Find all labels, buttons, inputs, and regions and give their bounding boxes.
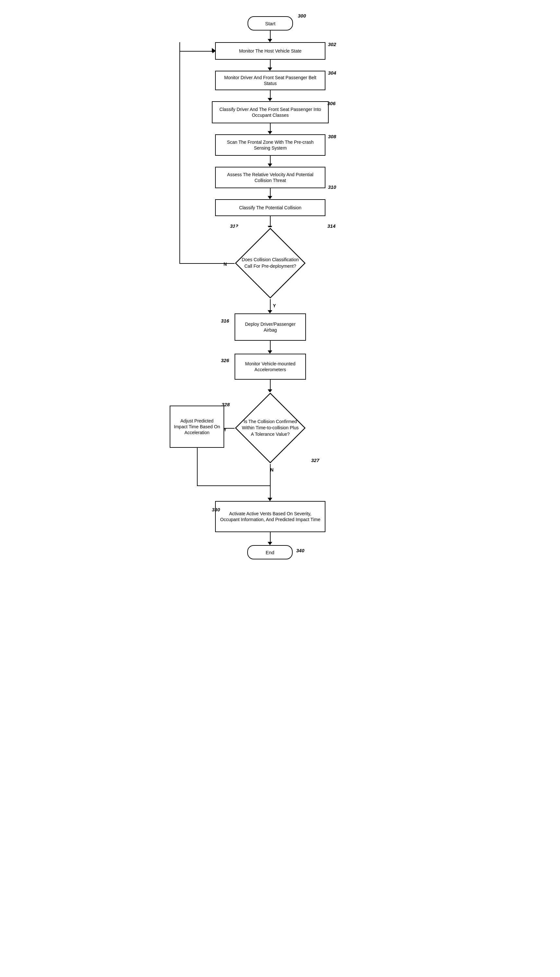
arrow-310-classify bbox=[268, 196, 272, 199]
ref-302: 302 bbox=[328, 42, 336, 47]
arrow-304-306 bbox=[268, 98, 272, 101]
diamond2-no-label: N bbox=[270, 467, 273, 472]
conn-316-326 bbox=[270, 341, 271, 352]
conn-d2-n bbox=[270, 464, 271, 499]
diamond2-label: Is The Collision Confirmed Within Time-t… bbox=[234, 418, 306, 438]
label-310: Assess The Relative Velocity And Potenti… bbox=[219, 172, 322, 183]
diamond1-label: Does Collision Classification Call For P… bbox=[234, 257, 306, 269]
conn-d1-left-v bbox=[179, 42, 180, 264]
start-label: Start bbox=[265, 21, 275, 26]
ref-328: 328 bbox=[222, 402, 230, 407]
label-328: Adjust Predicted Impact Time Based On Ac… bbox=[173, 418, 220, 436]
ref-327: 327 bbox=[311, 457, 319, 463]
ref-326: 326 bbox=[221, 358, 229, 363]
arrow-d2-n bbox=[268, 498, 272, 501]
diamond1-yes-label: Y bbox=[273, 303, 276, 308]
label-302: Monitor The Host Vehicle State bbox=[239, 48, 302, 54]
ref-330: 330 bbox=[212, 507, 220, 512]
arrow-302-304 bbox=[268, 67, 272, 71]
box-328: Adjust Predicted Impact Time Based On Ac… bbox=[170, 405, 224, 448]
arrow-d1-y bbox=[268, 310, 272, 313]
arrow-308-310 bbox=[268, 163, 272, 167]
conn-330-end bbox=[270, 532, 271, 543]
ref-306: 306 bbox=[327, 101, 335, 106]
conn-326-d2 bbox=[270, 380, 271, 391]
diamond1-no-label: N bbox=[223, 262, 227, 267]
box-304: Monitor Driver And Front Seat Passenger … bbox=[215, 71, 325, 90]
ref-340: 340 bbox=[296, 548, 304, 553]
start-terminal: Start bbox=[248, 16, 293, 30]
diamond-predeployment: Does Collision Classification Call For P… bbox=[234, 227, 306, 299]
arrow-330-end bbox=[268, 542, 272, 545]
arrow-d1-no2 bbox=[213, 49, 216, 53]
conn-classify-d1 bbox=[270, 216, 271, 227]
label-316: Deploy Driver/Passenger Airbag bbox=[238, 321, 302, 333]
arrow-start-302 bbox=[268, 39, 272, 42]
conn-d1-no-to302 bbox=[179, 51, 216, 52]
box-316: Deploy Driver/Passenger Airbag bbox=[235, 313, 306, 341]
conn-d1-left-h bbox=[179, 263, 235, 264]
label-classify: Classify The Potential Collision bbox=[239, 205, 302, 210]
box-308: Scan The Frontal Zone With The Pre-crash… bbox=[215, 134, 325, 156]
ref-308: 308 bbox=[328, 134, 336, 139]
ref-304: 304 bbox=[328, 70, 336, 76]
end-label: End bbox=[266, 550, 275, 555]
label-308: Scan The Frontal Zone With The Pre-crash… bbox=[219, 139, 322, 151]
box-326: Monitor Vehicle-mounted Accelerometers bbox=[235, 353, 306, 380]
conn-328-down bbox=[197, 448, 198, 485]
box-classify: Classify The Potential Collision bbox=[215, 199, 325, 216]
arrow-316-326 bbox=[268, 350, 272, 353]
label-326: Monitor Vehicle-mounted Accelerometers bbox=[238, 361, 302, 372]
arrow-306-308 bbox=[268, 131, 272, 134]
diamond-collision-confirmed: Is The Collision Confirmed Within Time-t… bbox=[234, 392, 306, 464]
ref-300: 300 bbox=[298, 13, 306, 18]
label-304: Monitor Driver And Front Seat Passenger … bbox=[219, 75, 322, 86]
label-306: Classify Driver And The Front Seat Passe… bbox=[216, 107, 325, 118]
box-310: Assess The Relative Velocity And Potenti… bbox=[215, 167, 325, 188]
flowchart-container: Start 300 Monitor The Host Vehicle State… bbox=[167, 7, 393, 970]
end-terminal: End bbox=[247, 545, 293, 559]
box-330: Activate Active Vents Based On Severity,… bbox=[215, 501, 325, 532]
ref-316: 316 bbox=[221, 318, 229, 323]
conn-328-to330-h bbox=[197, 485, 270, 486]
ref-314: 314 bbox=[327, 223, 335, 229]
conn-d1-y bbox=[270, 299, 271, 312]
box-302: Monitor The Host Vehicle State bbox=[215, 42, 325, 60]
ref-310: 310 bbox=[328, 184, 336, 190]
label-330: Activate Active Vents Based On Severity,… bbox=[219, 511, 322, 522]
box-306: Classify Driver And The Front Seat Passe… bbox=[212, 101, 329, 123]
